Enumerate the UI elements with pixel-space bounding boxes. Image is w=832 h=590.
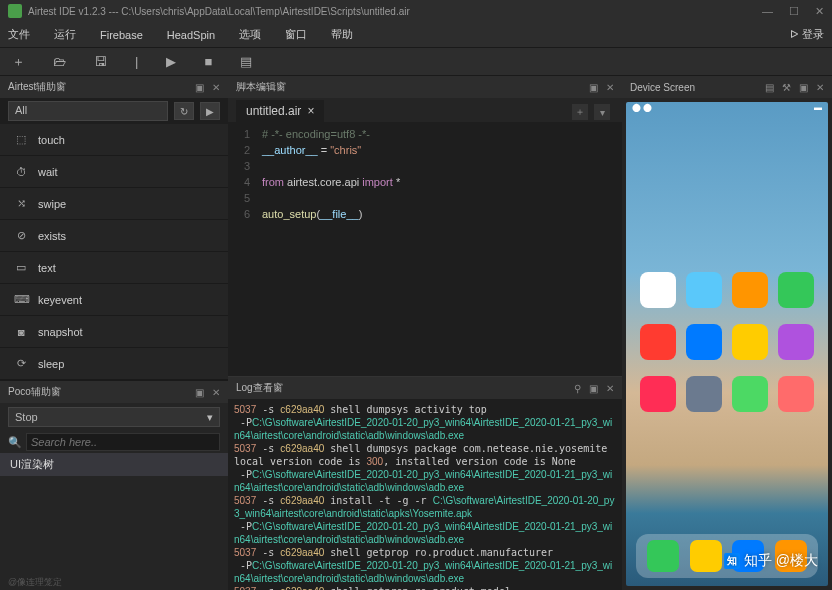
tab-list-button[interactable]: ▾	[594, 104, 610, 120]
app-icon	[8, 4, 22, 18]
dock-app-icon[interactable]	[690, 540, 722, 572]
airtest-filter-select[interactable]: All	[8, 101, 168, 121]
panel-float-icon[interactable]: ▣	[799, 82, 808, 93]
panel-close-icon[interactable]: ✕	[212, 82, 220, 93]
poco-tree-root[interactable]: UI渲染树	[0, 453, 228, 476]
save-button[interactable]: 🖫	[94, 54, 107, 69]
assist-item-text[interactable]: ▭text	[0, 252, 228, 284]
menu-file[interactable]: 文件	[8, 27, 30, 42]
minimize-button[interactable]: —	[762, 5, 773, 18]
maximize-button[interactable]: ☐	[789, 5, 799, 18]
tab-close-icon[interactable]: ×	[307, 104, 314, 118]
log-filter-icon[interactable]: ⚲	[574, 383, 581, 394]
log-panel: Log查看窗 ⚲▣✕ 5037 -s c629aa40 shell dumpsy…	[228, 376, 622, 590]
panel-float-icon[interactable]: ▣	[195, 82, 204, 93]
app-icon[interactable]	[640, 376, 676, 412]
panel-float-icon[interactable]: ▣	[195, 387, 204, 398]
record-button[interactable]: ↻	[174, 102, 194, 120]
editor-panel-header: 脚本编辑窗 ▣✕	[228, 76, 622, 98]
airtest-panel-title: Airtest辅助窗	[8, 80, 66, 94]
menu-window[interactable]: 窗口	[285, 27, 307, 42]
touch-icon: ⬚	[14, 133, 28, 146]
app-icon[interactable]	[686, 324, 722, 360]
code-editor[interactable]: 123456 # -*- encoding=utf8 -*-__author__…	[228, 122, 622, 376]
new-button[interactable]: ＋	[12, 53, 25, 71]
device-status-bar: ⬤ ⬤▬	[626, 102, 828, 116]
device-screen[interactable]: ⬤ ⬤▬	[626, 102, 828, 586]
assist-item-label: keyevent	[38, 294, 82, 306]
assist-list: ⬚touch⏱wait⤭swipe⊘exists▭text⌨keyevent◙s…	[0, 124, 228, 380]
window-title: Airtest IDE v1.2.3 --- C:\Users\chris\Ap…	[28, 6, 410, 17]
assist-item-touch[interactable]: ⬚touch	[0, 124, 228, 156]
app-icon[interactable]	[778, 324, 814, 360]
app-icon[interactable]	[778, 376, 814, 412]
device-list-icon[interactable]: ▤	[765, 82, 774, 93]
dock-app-icon[interactable]	[647, 540, 679, 572]
run-button[interactable]: ▶	[166, 54, 176, 69]
app-icon[interactable]	[732, 376, 768, 412]
menu-options[interactable]: 选项	[239, 27, 261, 42]
app-icon[interactable]	[640, 272, 676, 308]
editor-tab[interactable]: untitled.air×	[236, 100, 324, 122]
open-button[interactable]: 🗁	[53, 54, 66, 69]
tab-add-button[interactable]: ＋	[572, 104, 588, 120]
assist-item-wait[interactable]: ⏱wait	[0, 156, 228, 188]
panel-float-icon[interactable]: ▣	[589, 383, 598, 394]
assist-item-exists[interactable]: ⊘exists	[0, 220, 228, 252]
menu-help[interactable]: 帮助	[331, 27, 353, 42]
left-column: Airtest辅助窗 ▣✕ All ↻ ▶ ⬚touch⏱wait⤭swipe⊘…	[0, 76, 228, 590]
panel-close-icon[interactable]: ✕	[606, 82, 614, 93]
assist-item-keyevent[interactable]: ⌨keyevent	[0, 284, 228, 316]
device-panel-header: Device Screen ▤⚒▣✕	[622, 76, 832, 98]
assist-item-label: wait	[38, 166, 58, 178]
exists-icon: ⊘	[14, 229, 28, 242]
poco-panel-title: Poco辅助窗	[8, 385, 61, 399]
divider: |	[135, 54, 138, 69]
assist-item-label: swipe	[38, 198, 66, 210]
titlebar: Airtest IDE v1.2.3 --- C:\Users\chris\Ap…	[0, 0, 832, 22]
airtest-panel-header: Airtest辅助窗 ▣✕	[0, 76, 228, 98]
menu-firebase[interactable]: Firebase	[100, 29, 143, 41]
app-icon[interactable]	[686, 272, 722, 308]
assist-item-label: text	[38, 262, 56, 274]
log-panel-header: Log查看窗 ⚲▣✕	[228, 377, 622, 399]
report-button[interactable]: ▤	[240, 54, 252, 69]
editor-tabs: untitled.air× ＋▾	[228, 98, 622, 122]
assist-item-label: snapshot	[38, 326, 83, 338]
swipe-icon: ⤭	[14, 197, 28, 210]
app-icon[interactable]	[732, 272, 768, 308]
assist-item-label: sleep	[38, 358, 64, 370]
device-tools-icon[interactable]: ⚒	[782, 82, 791, 93]
footer-status: @像连理笼定	[0, 574, 70, 590]
snapshot-icon: ◙	[14, 326, 28, 338]
app-icon[interactable]	[778, 272, 814, 308]
assist-item-sleep[interactable]: ⟳sleep	[0, 348, 228, 380]
menu-headspin[interactable]: HeadSpin	[167, 29, 215, 41]
airtest-filter-row: All ↻ ▶	[0, 98, 228, 124]
poco-search-input[interactable]	[26, 433, 220, 451]
app-icon[interactable]	[732, 324, 768, 360]
panel-close-icon[interactable]: ✕	[212, 387, 220, 398]
panel-close-icon[interactable]: ✕	[606, 383, 614, 394]
toolbar: ＋ 🗁 🖫 | ▶ ■ ▤	[0, 48, 832, 76]
playback-button[interactable]: ▶	[200, 102, 220, 120]
menu-run[interactable]: 运行	[54, 27, 76, 42]
panel-close-icon[interactable]: ✕	[816, 82, 824, 93]
assist-item-snapshot[interactable]: ◙snapshot	[0, 316, 228, 348]
log-output[interactable]: 5037 -s c629aa40 shell dumpsys activity …	[228, 399, 622, 590]
text-icon: ▭	[14, 261, 28, 274]
window-controls: — ☐ ✕	[762, 5, 824, 18]
assist-item-swipe[interactable]: ⤭swipe	[0, 188, 228, 220]
app-icon[interactable]	[640, 324, 676, 360]
panel-float-icon[interactable]: ▣	[589, 82, 598, 93]
assist-item-label: touch	[38, 134, 65, 146]
sleep-icon: ⟳	[14, 357, 28, 370]
close-button[interactable]: ✕	[815, 5, 824, 18]
app-icon[interactable]	[686, 376, 722, 412]
poco-panel: Poco辅助窗 ▣✕ Stop▾ 🔍 UI渲染树	[0, 380, 228, 590]
login-button[interactable]: ᐅ 登录	[790, 27, 824, 42]
poco-mode-select[interactable]: Stop▾	[8, 407, 220, 427]
wait-icon: ⏱	[14, 166, 28, 178]
stop-button[interactable]: ■	[204, 54, 212, 69]
editor-panel-title: 脚本编辑窗	[236, 80, 286, 94]
